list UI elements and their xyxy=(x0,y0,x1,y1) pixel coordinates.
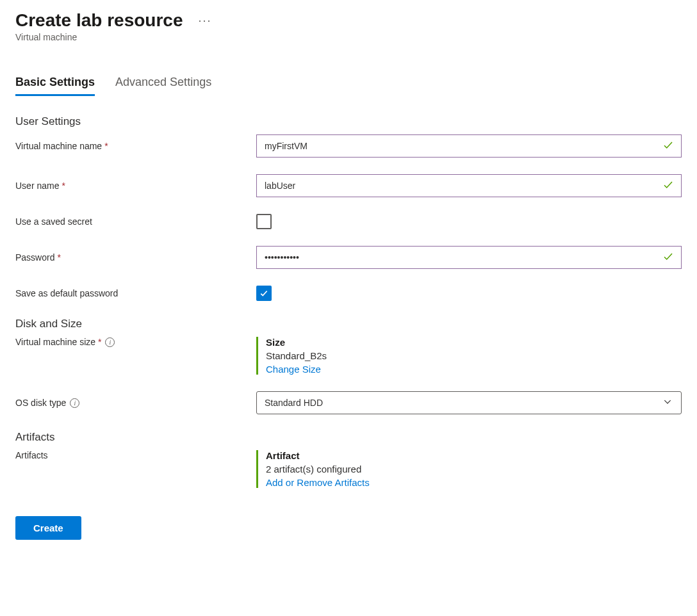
label-saved-secret: Use a saved secret xyxy=(15,216,256,227)
label-vm-name: Virtual machine name * xyxy=(15,141,256,151)
required-star-icon: * xyxy=(62,181,65,191)
label-os-disk: OS disk type i xyxy=(15,398,256,408)
chevron-down-icon xyxy=(663,398,672,409)
add-remove-artifacts-link[interactable]: Add or Remove Artifacts xyxy=(266,477,370,488)
tab-advanced-settings[interactable]: Advanced Settings xyxy=(115,76,211,96)
section-artifacts: Artifacts xyxy=(15,431,682,444)
page-subtitle: Virtual machine xyxy=(15,32,682,42)
size-card-title: Size xyxy=(266,337,682,348)
label-password-text: Password xyxy=(15,252,54,263)
vm-name-input[interactable] xyxy=(256,134,682,158)
size-card-value: Standard_B2s xyxy=(266,350,682,361)
page-title: Create lab resource xyxy=(15,10,183,31)
create-button[interactable]: Create xyxy=(15,516,81,540)
tab-basic-settings[interactable]: Basic Settings xyxy=(15,76,95,96)
saved-secret-checkbox[interactable] xyxy=(256,214,272,229)
check-icon xyxy=(662,140,674,153)
label-user-name: User name * xyxy=(15,181,256,191)
label-vm-size: Virtual machine size * i xyxy=(15,337,256,347)
required-star-icon: * xyxy=(104,141,108,151)
label-os-disk-text: OS disk type xyxy=(15,398,66,408)
change-size-link[interactable]: Change Size xyxy=(266,364,321,375)
label-artifacts: Artifacts xyxy=(15,450,256,460)
label-save-default-password: Save as default password xyxy=(15,288,256,298)
os-disk-select[interactable]: Standard HDD xyxy=(256,391,682,414)
user-name-input[interactable] xyxy=(256,174,682,197)
required-star-icon: * xyxy=(98,337,101,347)
tabs: Basic Settings Advanced Settings xyxy=(15,76,682,96)
vm-size-card: Size Standard_B2s Change Size xyxy=(256,337,682,375)
info-icon[interactable]: i xyxy=(105,337,115,347)
artifacts-card-value: 2 artifact(s) configured xyxy=(266,464,682,474)
password-input[interactable] xyxy=(256,246,682,269)
required-star-icon: * xyxy=(57,252,60,263)
label-password: Password * xyxy=(15,252,256,263)
section-disk-size: Disk and Size xyxy=(15,318,682,330)
os-disk-selected-value: Standard HDD xyxy=(265,398,323,408)
more-icon[interactable]: ··· xyxy=(198,14,211,28)
check-icon xyxy=(662,179,674,193)
save-default-password-checkbox[interactable] xyxy=(256,286,272,301)
section-user-settings: User Settings xyxy=(15,115,682,128)
artifacts-card-title: Artifact xyxy=(266,450,682,461)
artifacts-card: Artifact 2 artifact(s) configured Add or… xyxy=(256,450,682,488)
info-icon[interactable]: i xyxy=(70,398,79,408)
label-vm-name-text: Virtual machine name xyxy=(15,141,102,151)
label-vm-size-text: Virtual machine size xyxy=(15,337,95,347)
check-icon xyxy=(662,251,674,264)
label-user-name-text: User name xyxy=(15,181,59,191)
